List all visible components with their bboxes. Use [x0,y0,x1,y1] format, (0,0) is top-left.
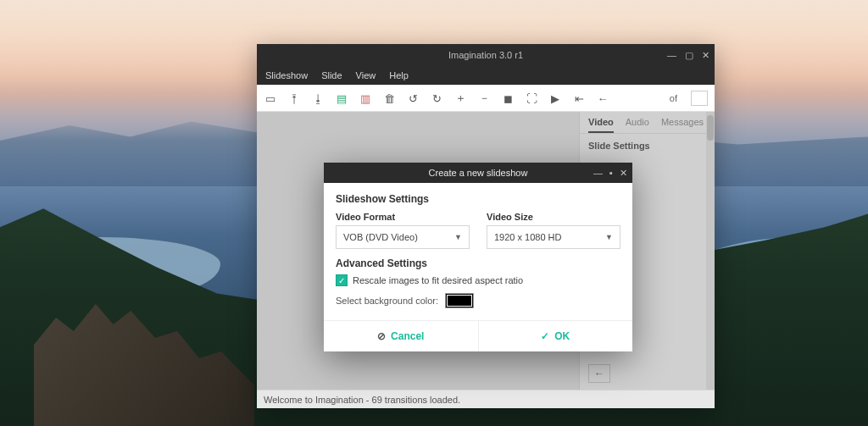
dialog-title: Create a new slideshow [429,168,528,178]
minimize-icon[interactable]: — [667,50,676,60]
zoom-in-icon[interactable]: ＋ [453,91,467,105]
play-icon[interactable]: ▶ [548,91,562,105]
bgcolor-swatch [447,295,472,307]
dialog-minimize-icon[interactable]: — [593,168,603,178]
rotate-right-icon[interactable]: ↻ [430,91,443,105]
menu-help[interactable]: Help [389,70,409,80]
bgcolor-button[interactable] [445,293,474,308]
slide-count-field[interactable] [691,91,708,106]
delete-icon[interactable]: 🗑 [382,91,396,105]
cancel-icon: ⊘ [377,330,386,342]
cancel-button[interactable]: ⊘ Cancel [324,321,478,351]
open-icon[interactable]: ⭱ [287,91,301,105]
video-size-value: 1920 x 1080 HD [494,232,562,242]
ok-label: OK [554,330,570,342]
advanced-settings-header: Advanced Settings [336,257,620,269]
app-title: Imagination 3.0 r1 [257,50,715,60]
app-toolbar: ▭ ⭱ ⭳ ▤ ▥ 🗑 ↺ ↻ ＋ － ◼ ⛶ ▶ ⇤ ← of [257,85,715,112]
zoom-fit-icon[interactable]: ◼ [501,91,515,105]
dialog-titlebar[interactable]: Create a new slideshow — ▪ ✕ [324,163,632,183]
video-size-select[interactable]: 1920 x 1080 HD ▼ [487,225,620,249]
image-icon[interactable]: ▤ [335,91,348,105]
save-icon[interactable]: ⭳ [311,91,325,105]
toolbar-of-label: of [670,93,677,103]
slideshow-settings-header: Slideshow Settings [336,193,620,205]
menu-slide[interactable]: Slide [321,70,342,80]
menu-slideshow[interactable]: Slideshow [265,70,308,80]
dialog-close-icon[interactable]: ✕ [620,168,627,179]
menu-view[interactable]: View [356,70,376,80]
new-slideshow-dialog: Create a new slideshow — ▪ ✕ Slideshow S… [324,163,632,351]
chevron-down-icon: ▼ [454,233,462,241]
new-icon[interactable]: ▭ [264,91,277,105]
rescale-checkbox[interactable]: ✓ [336,274,348,286]
dialog-maximize-icon[interactable]: ▪ [609,168,613,178]
app-menubar: Slideshow Slide View Help [257,66,715,85]
check-icon: ✓ [541,330,549,342]
video-format-label: Video Format [336,212,470,222]
video-format-select[interactable]: VOB (DVD Video) ▼ [336,225,470,249]
ok-button[interactable]: ✓ OK [478,321,633,351]
goto-first-icon[interactable]: ⇤ [572,91,586,105]
rescale-label: Rescale images to fit desired aspect rat… [353,275,523,285]
status-bar: Welcome to Imagination - 69 transitions … [257,390,715,408]
video-format-value: VOB (DVD Video) [343,232,418,242]
status-text: Welcome to Imagination - 69 transitions … [264,395,460,405]
prev-icon[interactable]: ← [596,91,609,105]
bgcolor-label: Select background color: [336,296,438,306]
maximize-icon[interactable]: ▢ [685,50,693,61]
file-icon[interactable]: ▥ [359,91,372,105]
zoom-out-icon[interactable]: － [477,91,491,105]
close-icon[interactable]: ✕ [702,50,709,61]
chevron-down-icon: ▼ [605,233,613,241]
rotate-left-icon[interactable]: ↺ [406,91,420,105]
video-size-label: Video Size [487,212,620,222]
cancel-label: Cancel [391,330,424,342]
app-titlebar[interactable]: Imagination 3.0 r1 — ▢ ✕ [257,44,715,66]
fullscreen-icon[interactable]: ⛶ [525,91,538,105]
